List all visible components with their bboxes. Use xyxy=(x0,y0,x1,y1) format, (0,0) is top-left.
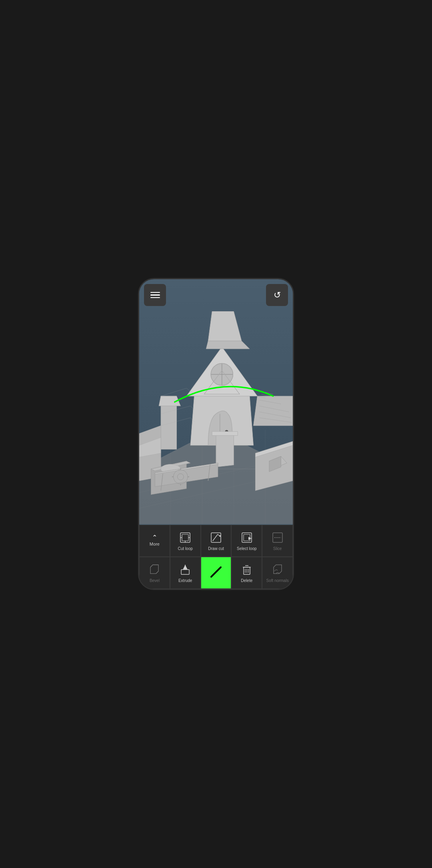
undo-button[interactable]: ↺ xyxy=(266,284,288,306)
bevel-label: Bevel xyxy=(150,578,160,583)
viewport: ↺ xyxy=(139,279,293,525)
chevron-up-icon: ⌃ xyxy=(152,534,157,541)
toolbar: ⌃ More Cut loop Draw cut xyxy=(139,525,293,589)
delete-label: Delete xyxy=(241,578,252,583)
soft-normals-icon xyxy=(270,562,285,577)
more-label: More xyxy=(150,542,160,547)
bevel-icon xyxy=(147,562,162,577)
delete-icon xyxy=(240,562,254,577)
svg-line-72 xyxy=(150,565,153,567)
svg-marker-15 xyxy=(206,341,249,349)
cut-loop-label: Cut loop xyxy=(178,546,193,551)
scene-svg xyxy=(139,279,293,525)
draw-cut-icon xyxy=(209,530,223,545)
slice-label: Slice xyxy=(273,546,282,551)
active-draw-icon xyxy=(209,565,223,579)
hamburger-icon xyxy=(150,292,160,298)
more-button[interactable]: ⌃ More xyxy=(139,525,170,557)
menu-button[interactable] xyxy=(144,284,166,306)
svg-marker-35 xyxy=(212,432,238,436)
select-loop-label: Select loop xyxy=(237,546,256,551)
select-loop-icon xyxy=(240,530,254,545)
select-loop-button[interactable]: Select loop xyxy=(231,525,262,557)
svg-marker-34 xyxy=(216,434,234,467)
svg-rect-75 xyxy=(181,570,189,574)
svg-point-65 xyxy=(219,535,221,537)
slice-icon xyxy=(270,530,285,545)
slice-button[interactable]: Slice xyxy=(262,525,293,557)
svg-rect-60 xyxy=(182,534,188,541)
extrude-icon xyxy=(178,562,192,577)
cut-loop-icon xyxy=(178,530,192,545)
svg-line-73 xyxy=(156,571,158,574)
extrude-button[interactable]: Extrude xyxy=(170,557,201,589)
soft-normals-button[interactable]: Soft normals xyxy=(262,557,293,589)
draw-cut-button[interactable]: Draw cut xyxy=(201,525,232,557)
delete-button[interactable]: Delete xyxy=(231,557,262,589)
svg-line-78 xyxy=(211,567,221,577)
phone-frame: ↺ ⌃ More Cut loop xyxy=(138,278,294,590)
bevel-button[interactable]: Bevel xyxy=(139,557,170,589)
draw-cut-label: Draw cut xyxy=(208,546,224,551)
cut-loop-button[interactable]: Cut loop xyxy=(170,525,201,557)
soft-normals-label: Soft normals xyxy=(266,578,289,583)
active-draw-button[interactable] xyxy=(201,557,232,589)
svg-marker-11 xyxy=(254,396,293,426)
undo-icon: ↺ xyxy=(274,290,281,300)
extrude-label: Extrude xyxy=(178,578,192,583)
